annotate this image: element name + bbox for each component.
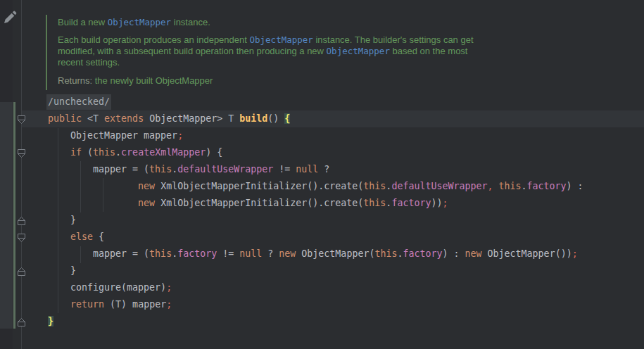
gutter-left-stripe-active-segment: [0, 102, 13, 329]
code-line[interactable]: mapper = (this.factory != null ? new Obj…: [22, 246, 644, 262]
indent-guide: [103, 178, 103, 212]
doc-line: Each build operation produces an indepen…: [58, 34, 474, 46]
code-line[interactable]: configure(mapper);: [22, 279, 644, 296]
code-editor: Build a new ObjectMapper instance.Each b…: [0, 0, 644, 349]
code-line-caret[interactable]: public <T extends ObjectMapper> T build(…: [22, 110, 644, 127]
code-line[interactable]: }: [22, 262, 644, 279]
indent-guide: [80, 246, 81, 263]
fold-expanded-start-icon[interactable]: [17, 232, 26, 242]
code-line[interactable]: ObjectMapper mapper;: [22, 127, 644, 144]
indent-guide: [80, 161, 81, 212]
doc-line: modified, with a subsequent build operat…: [58, 46, 467, 57]
fold-expanded-start-icon[interactable]: [17, 114, 26, 124]
doc-edit-pencil-icon[interactable]: [1, 9, 18, 26]
code-area[interactable]: public <T extends ObjectMapper> T build(…: [22, 110, 644, 330]
code-line[interactable]: new XmlObjectMapperInitializer().create(…: [22, 178, 644, 195]
vcs-added-change-bar[interactable]: [13, 102, 15, 329]
code-line[interactable]: }: [22, 212, 644, 229]
code-line[interactable]: return (T) mapper;: [22, 296, 644, 313]
fold-expanded-start-icon[interactable]: [17, 148, 26, 158]
code-line[interactable]: mapper = (this.defaultUseWrapper != null…: [22, 161, 644, 178]
code-line[interactable]: }: [22, 313, 644, 330]
annotation-fold-chip[interactable]: /unchecked/: [46, 94, 111, 110]
fold-expanded-end-icon[interactable]: [17, 317, 26, 326]
doc-line: recent settings.: [58, 57, 120, 68]
doc-comment-border: [46, 15, 47, 90]
fold-expanded-end-icon[interactable]: [17, 266, 26, 276]
code-line[interactable]: new XmlObjectMapperInitializer().create(…: [22, 195, 644, 212]
doc-line: Build a new ObjectMapper instance.: [58, 17, 210, 28]
indent-guide: [58, 128, 58, 313]
doc-line: Returns: the newly built ObjectMapper: [58, 75, 213, 87]
code-line[interactable]: else {: [22, 229, 644, 246]
fold-expanded-end-icon[interactable]: [17, 215, 26, 225]
code-line[interactable]: if (this.createXmlMapper) {: [22, 144, 644, 161]
